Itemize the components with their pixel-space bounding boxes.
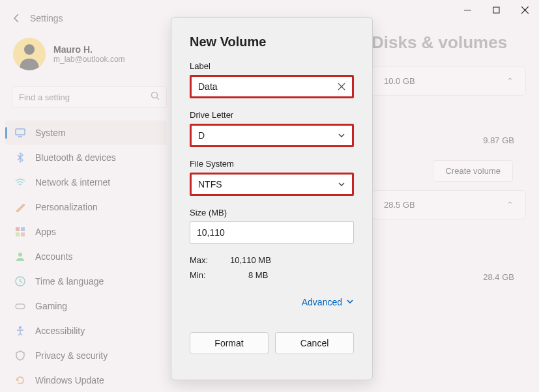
drive-letter-value: D xyxy=(198,130,205,141)
user-email: m_lab@outlook.com xyxy=(53,55,125,64)
user-name: Mauro H. xyxy=(53,44,125,55)
sidebar-item-label: Network & internet xyxy=(35,177,110,188)
sidebar-item-label: Gaming xyxy=(35,301,67,311)
sidebar-item-update[interactable]: Windows Update xyxy=(5,368,167,392)
wifi-icon xyxy=(14,176,26,188)
create-volume-button[interactable]: Create volume xyxy=(433,160,513,182)
svg-point-6 xyxy=(152,92,158,98)
clock-icon xyxy=(14,275,26,287)
svg-rect-16 xyxy=(16,304,25,309)
file-system-value: NTFS xyxy=(198,179,222,189)
label-input[interactable] xyxy=(198,81,338,92)
sidebar-item-label: Personalization xyxy=(35,202,98,212)
shield-icon xyxy=(14,350,26,361)
sidebar-item-label: Apps xyxy=(35,227,56,237)
sidebar-item-label: Accessibility xyxy=(35,326,85,336)
file-system-select[interactable]: NTFS xyxy=(190,173,354,196)
chevron-down-icon xyxy=(338,132,345,139)
sidebar-item-gaming[interactable]: Gaming xyxy=(5,294,167,318)
accessibility-icon xyxy=(14,325,26,337)
size-input[interactable] xyxy=(197,227,347,238)
bluetooth-icon xyxy=(14,152,26,163)
max-label: Max: xyxy=(190,255,218,265)
sidebar-item-personalization[interactable]: Personalization xyxy=(5,195,167,219)
disk-row[interactable]: 9.87 GB xyxy=(371,126,526,154)
advanced-link[interactable]: Advanced xyxy=(190,297,354,307)
label-input-container[interactable] xyxy=(190,75,354,98)
label-field-label: Label xyxy=(190,61,354,71)
sidebar-item-bluetooth[interactable]: Bluetooth & devices xyxy=(5,145,167,170)
search-input-container[interactable] xyxy=(12,86,167,108)
sidebar-item-label: Windows Update xyxy=(35,375,104,385)
disk-size: 28.5 GB xyxy=(384,200,415,210)
sidebar-item-privacy[interactable]: Privacy & security xyxy=(5,343,167,368)
page-title: Disks & volumes xyxy=(371,33,507,53)
svg-rect-1 xyxy=(493,7,499,13)
svg-point-5 xyxy=(24,44,35,55)
sidebar-item-network[interactable]: Network & internet xyxy=(5,170,167,195)
sidebar-item-time[interactable]: Time & language xyxy=(5,269,167,294)
app-title: Settings xyxy=(30,13,63,23)
drive-letter-label: Drive Letter xyxy=(190,110,354,120)
drive-letter-select[interactable]: D xyxy=(190,124,354,147)
update-icon xyxy=(14,374,26,386)
maximize-button[interactable] xyxy=(482,0,510,20)
svg-rect-11 xyxy=(21,227,25,231)
size-label: Size (MB) xyxy=(190,208,354,217)
chevron-up-icon: ⌃ xyxy=(506,76,514,86)
svg-rect-10 xyxy=(16,227,20,231)
advanced-label: Advanced xyxy=(302,297,342,307)
file-system-label: File System xyxy=(190,159,354,169)
chevron-up-icon: ⌃ xyxy=(506,200,514,210)
dialog-title: New Volume xyxy=(190,35,354,49)
disk-size: 28.4 GB xyxy=(483,272,514,282)
disk-size: 10.0 GB xyxy=(384,76,415,86)
sidebar-item-accessibility[interactable]: Accessibility xyxy=(5,318,167,343)
svg-line-7 xyxy=(157,98,160,100)
chevron-down-icon xyxy=(338,180,345,188)
disk-row[interactable]: 28.4 GB xyxy=(371,263,526,291)
sidebar-item-label: Privacy & security xyxy=(35,350,108,361)
monitor-icon xyxy=(14,127,26,139)
chevron-down-icon xyxy=(346,297,354,307)
avatar xyxy=(13,38,46,70)
sidebar-item-accounts[interactable]: Accounts xyxy=(5,244,167,269)
max-value: 10,110 MB xyxy=(230,255,271,265)
search-input[interactable] xyxy=(19,92,143,102)
gamepad-icon xyxy=(14,300,26,312)
sidebar-item-system[interactable]: System xyxy=(5,120,167,145)
svg-point-14 xyxy=(18,253,22,257)
svg-rect-8 xyxy=(16,129,25,135)
format-button[interactable]: Format xyxy=(190,332,269,354)
sidebar-item-label: Accounts xyxy=(35,251,73,262)
min-value: 8 MB xyxy=(248,270,268,280)
svg-point-17 xyxy=(19,326,22,329)
person-icon xyxy=(14,251,26,262)
back-icon[interactable] xyxy=(12,13,22,23)
disk-row[interactable]: 10.0 GB ⌃ xyxy=(371,66,526,96)
cancel-button[interactable]: Cancel xyxy=(275,332,354,354)
new-volume-dialog: New Volume Label Drive Letter D File Sys… xyxy=(171,17,373,380)
clear-icon[interactable] xyxy=(338,83,345,91)
disk-row[interactable]: 28.5 GB ⌃ xyxy=(371,190,526,219)
sidebar-item-apps[interactable]: Apps xyxy=(5,219,167,244)
size-input-container[interactable] xyxy=(190,221,354,244)
paintbrush-icon xyxy=(14,201,26,213)
close-button[interactable] xyxy=(510,0,539,20)
disk-size: 9.87 GB xyxy=(483,135,514,145)
svg-rect-12 xyxy=(16,232,20,236)
sidebar-item-label: Time & language xyxy=(35,276,104,287)
search-icon xyxy=(151,91,160,103)
apps-icon xyxy=(14,226,26,238)
sidebar-item-label: System xyxy=(35,128,66,138)
svg-rect-13 xyxy=(21,232,25,236)
min-label: Min: xyxy=(190,270,218,280)
sidebar-item-label: Bluetooth & devices xyxy=(35,152,116,163)
minimize-button[interactable] xyxy=(453,0,482,20)
